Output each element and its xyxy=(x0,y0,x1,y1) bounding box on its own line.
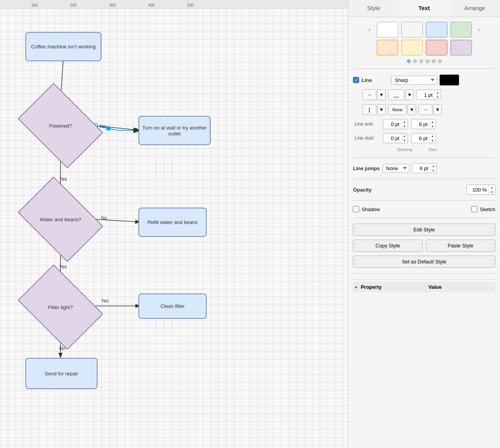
swatch-green[interactable] xyxy=(450,22,472,37)
opacity-up[interactable]: ▲ xyxy=(489,185,495,190)
line-end-spacing-up[interactable]: ▲ xyxy=(401,119,408,124)
swatch-yellow[interactable] xyxy=(401,40,423,55)
canvas-area[interactable]: 100 200 300 400 500 xyxy=(0,0,348,448)
swatch-dot-3[interactable] xyxy=(419,59,423,63)
conn-style-btn[interactable]: ⌊ xyxy=(362,104,376,115)
line-end-size-input[interactable] xyxy=(411,120,429,128)
swatch-next-button[interactable]: › xyxy=(475,26,483,34)
swatch-orange[interactable] xyxy=(377,40,398,55)
connection-style-row: ⌊ ▼ None ▼ → ▼ xyxy=(353,104,495,115)
line-start-size-spin[interactable]: ▲ ▼ xyxy=(411,133,436,143)
paste-style-button[interactable]: Paste Style xyxy=(426,240,496,252)
swatch-dot-6[interactable] xyxy=(438,59,442,63)
line-end-size-down[interactable]: ▼ xyxy=(429,124,436,129)
line-checkbox[interactable]: ✓ xyxy=(353,77,359,83)
divider-3 xyxy=(353,179,495,179)
node-filter[interactable]: Filter light? xyxy=(25,282,96,332)
line-style-dropdown[interactable]: ▼ xyxy=(405,89,414,100)
line-jump-size-down[interactable]: ▼ xyxy=(430,168,436,173)
line-weight-input[interactable] xyxy=(417,91,434,99)
line-start-spacing-input[interactable] xyxy=(383,134,401,142)
line-end-size-up[interactable]: ▲ xyxy=(429,119,436,124)
arrow-start-dropdown[interactable]: ▼ xyxy=(377,89,386,100)
node-clean[interactable]: Clean filter xyxy=(138,293,207,319)
line-start-size-input[interactable] xyxy=(411,134,429,142)
line-jump-size-input[interactable] xyxy=(412,164,430,172)
line-end-spacing-spin[interactable]: ▲ ▼ xyxy=(383,119,408,129)
copy-paste-row: Copy Style Paste Style xyxy=(353,240,495,252)
line-style-select[interactable]: Sharp Curved Orthogonal Entity Relation xyxy=(391,76,437,85)
line-start-size-up[interactable]: ▲ xyxy=(429,133,436,138)
sketch-checkbox[interactable] xyxy=(471,206,477,212)
line-jump-size-spin[interactable]: ▲ ▼ xyxy=(412,163,437,173)
shadow-checkbox[interactable] xyxy=(353,206,359,212)
opacity-spin[interactable]: ▲ ▼ xyxy=(466,185,495,195)
line-start-spacing-down[interactable]: ▼ xyxy=(401,138,408,143)
ruler-top: 100 200 300 400 500 xyxy=(0,0,348,9)
swatch-dot-4[interactable] xyxy=(426,59,429,63)
divider-5 xyxy=(353,218,495,218)
line-start-spacing-up[interactable]: ▲ xyxy=(401,133,408,138)
arrow-end-btn[interactable]: → xyxy=(418,104,433,115)
node-turn-on[interactable]: Turn on at wall or try another outlet xyxy=(138,116,211,145)
swatch-gray[interactable] xyxy=(401,22,423,37)
divider-2 xyxy=(353,157,495,158)
swatch-dot-2[interactable] xyxy=(413,59,417,63)
line-start-spacing-spin[interactable]: ▲ ▼ xyxy=(383,133,408,143)
ruler-mark-400: 400 xyxy=(148,3,155,7)
arrow-start-btn[interactable]: → xyxy=(362,89,376,100)
node-start[interactable]: Coffee machine isn't working xyxy=(25,32,101,61)
tab-text[interactable]: Text xyxy=(399,0,450,17)
node-turn-on-label: Turn on at wall or try another outlet xyxy=(139,125,210,137)
node-refill-label: Refill water and beans xyxy=(147,219,198,225)
line-end-spacing-down[interactable]: ▼ xyxy=(401,124,408,129)
opacity-row: Opacity ▲ ▼ xyxy=(353,185,495,195)
divider-1 xyxy=(353,69,495,69)
line-color-box[interactable] xyxy=(440,75,459,85)
copy-style-button[interactable]: Copy Style xyxy=(353,240,423,252)
swatch-white[interactable] xyxy=(377,22,398,37)
tabs: Style Text Arrange xyxy=(348,0,500,17)
node-water[interactable]: Water and beans? xyxy=(25,194,96,245)
node-refill[interactable]: Refill water and beans xyxy=(138,208,207,237)
line-label: Line xyxy=(362,77,389,83)
line-jump-size-up[interactable]: ▲ xyxy=(430,164,436,168)
swatch-purple[interactable] xyxy=(450,40,472,55)
ruler-mark-200: 200 xyxy=(70,3,77,7)
line-end-spacing-input[interactable] xyxy=(383,120,401,128)
none-dropdown[interactable]: ▼ xyxy=(408,104,416,115)
line-end-spacing-spinbtns: ▲ ▼ xyxy=(401,119,408,129)
node-start-label: Coffee machine isn't working xyxy=(31,44,96,50)
conn-style-dropdown[interactable]: ▼ xyxy=(377,104,386,115)
arrow-end-dropdown[interactable]: ▼ xyxy=(433,104,442,115)
line-style-btn[interactable]: ⎯⎯ xyxy=(388,89,404,100)
edge-label-no-filter: No xyxy=(59,346,65,351)
edit-style-button[interactable]: Edit Style xyxy=(353,224,495,236)
swatch-dot-5[interactable] xyxy=(432,59,436,63)
none-btn[interactable]: None xyxy=(388,104,407,115)
edge-label-no-powered: No xyxy=(100,124,106,129)
ruler-mark-500: 500 xyxy=(187,3,194,7)
line-jump-size-spinbtns: ▲ ▼ xyxy=(430,164,436,173)
tab-arrange[interactable]: Arrange xyxy=(449,0,500,17)
swatch-prev-button[interactable]: ‹ xyxy=(366,26,374,34)
opacity-input[interactable] xyxy=(467,186,488,194)
right-panel: Style Text Arrange ‹ › xyxy=(348,0,500,448)
line-end-size-spin[interactable]: ▲ ▼ xyxy=(411,119,436,129)
node-repair[interactable]: Send for repair xyxy=(25,358,98,389)
line-weight-up[interactable]: ▲ xyxy=(434,90,441,95)
tab-style[interactable]: Style xyxy=(348,0,399,17)
swatch-red[interactable] xyxy=(426,40,447,55)
line-weight-down[interactable]: ▼ xyxy=(434,95,441,100)
property-header[interactable]: ► Property Value xyxy=(353,282,495,292)
set-default-style-button[interactable]: Set as Default Style xyxy=(353,256,495,268)
swatch-dot-1[interactable] xyxy=(407,59,411,63)
property-value-header: Value xyxy=(428,284,494,290)
line-weight-spin[interactable]: ▲ ▼ xyxy=(416,90,441,100)
spacing-size-row: Spacing Size xyxy=(353,147,495,152)
line-jumps-select[interactable]: None Arc Gap Sharp xyxy=(383,164,410,173)
node-powered[interactable]: Powered? xyxy=(25,100,96,151)
swatch-blue[interactable] xyxy=(426,22,447,37)
opacity-down[interactable]: ▼ xyxy=(489,190,495,194)
line-start-size-down[interactable]: ▼ xyxy=(429,138,436,143)
